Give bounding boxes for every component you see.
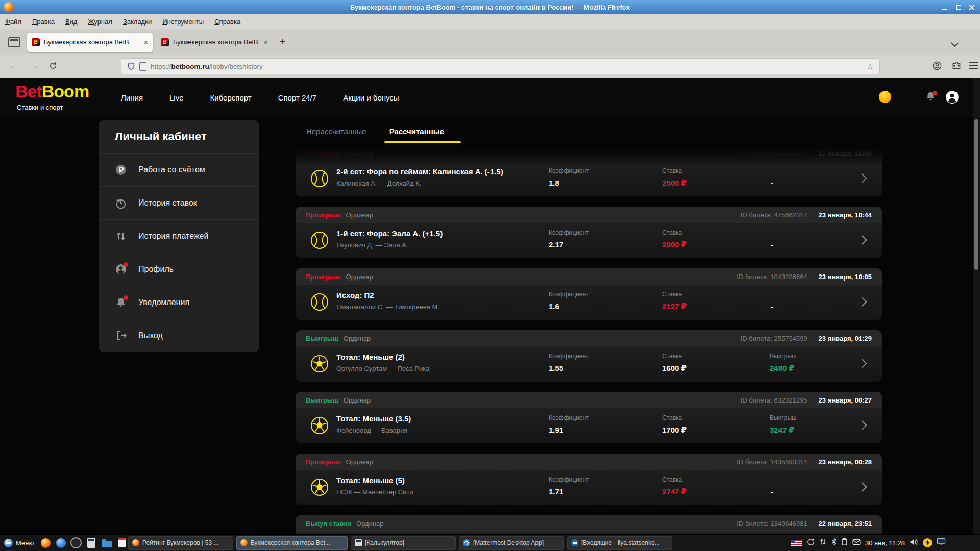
sidebar-item[interactable]: Выход xyxy=(99,319,259,352)
bet-card[interactable]: Проигрыш Ординар ID билета: 475662317 23… xyxy=(296,207,882,258)
url-text[interactable]: https://betboom.ru/lobby/betshistory xyxy=(151,63,263,70)
taskbar-window-button[interactable]: [Mattermost Desktop App] xyxy=(459,536,564,550)
firefox-view-icon[interactable] xyxy=(8,37,20,47)
menu-item[interactable]: Закладки xyxy=(123,18,152,26)
taskbar-window-button[interactable]: Рейтинг Букмекеров | 53 ... xyxy=(128,536,233,550)
bet-card[interactable]: Выигрыш Ординар ID билета: 255754599 23 … xyxy=(296,330,882,382)
tracking-shield-icon[interactable] xyxy=(127,62,135,71)
display-icon[interactable] xyxy=(937,538,946,548)
bookmark-star-icon[interactable]: ☆ xyxy=(867,62,874,71)
tab-settled[interactable]: Рассчитанные xyxy=(389,127,444,136)
chevron-right-icon[interactable] xyxy=(857,297,867,306)
sidebar-item[interactable]: Профиль xyxy=(99,253,259,286)
new-tab-button[interactable]: + xyxy=(280,36,286,48)
bet-type: Ординар xyxy=(356,520,384,528)
browser-scrollbar[interactable] xyxy=(973,78,980,535)
taskbar-window-icon xyxy=(132,539,139,546)
stake-value: 2127 ₽ xyxy=(662,302,687,311)
tab-unsettled[interactable]: Нерассчитанные xyxy=(306,127,366,136)
menu-item[interactable]: Справка xyxy=(214,18,240,26)
coefficient-column: Коэффициент 2.17 xyxy=(549,229,589,249)
bet-card[interactable]: Выигрыш Ординар ID билета: 632321295 23 … xyxy=(296,392,882,443)
clipboard-icon[interactable] xyxy=(841,538,848,548)
web-browser-launcher-icon[interactable] xyxy=(55,537,67,549)
page-info-icon[interactable] xyxy=(139,62,146,71)
restore-button[interactable] xyxy=(955,4,962,11)
tab-title: Букмекерская контора BetB xyxy=(44,38,140,46)
chevron-right-icon[interactable] xyxy=(857,420,867,430)
tab-close-icon[interactable]: × xyxy=(264,38,268,46)
coefficient-label: Коэффициент xyxy=(549,167,589,174)
win-label xyxy=(770,476,836,482)
ticket-id: ID билета: 255754599 xyxy=(741,335,807,342)
bet-title: Исход: П2 xyxy=(336,291,439,299)
sidebar-item[interactable]: Уведомления xyxy=(99,286,259,319)
notifications-bell-icon[interactable] xyxy=(925,91,937,103)
no-win-dash: - xyxy=(771,179,773,187)
stake-label: Ставка xyxy=(662,414,687,421)
reload-button[interactable] xyxy=(49,62,57,72)
sport-icon xyxy=(310,354,329,373)
nav-link[interactable]: Киберспорт xyxy=(210,93,252,102)
extensions-puzzle-icon[interactable] xyxy=(951,61,961,72)
back-button[interactable]: ← xyxy=(8,60,18,71)
notes-launcher-icon[interactable] xyxy=(116,537,128,549)
browser-tab[interactable]: B Букмекерская контора BetB × xyxy=(156,33,273,52)
nav-link[interactable]: Спорт 24/7 xyxy=(278,93,317,102)
browser-tab[interactable]: B Букмекерская контора BetB × xyxy=(27,32,153,52)
url-bar[interactable]: https://betboom.ru/lobby/betshistory ☆ xyxy=(121,58,880,74)
chevron-right-icon[interactable] xyxy=(857,482,867,491)
power-bolt-icon[interactable] xyxy=(923,538,932,547)
nav-link[interactable]: Live xyxy=(169,93,184,102)
forward-button[interactable]: → xyxy=(29,60,38,71)
nav-link[interactable]: Линия xyxy=(121,93,143,102)
bonus-icon[interactable] xyxy=(879,91,891,103)
volume-icon[interactable] xyxy=(910,538,918,548)
chevron-right-icon[interactable] xyxy=(857,173,867,183)
sidebar-item-label: Работа со счётом xyxy=(138,165,205,174)
betboom-logo[interactable]: BetBoom xyxy=(15,82,89,102)
minimize-button[interactable] xyxy=(942,4,948,11)
firefox-launcher-icon[interactable] xyxy=(39,537,52,549)
sidebar-item-icon xyxy=(115,296,127,309)
mail-tray-icon[interactable] xyxy=(852,538,861,547)
account-icon[interactable] xyxy=(932,61,942,73)
start-menu-button[interactable]: Меню xyxy=(0,535,38,551)
close-button[interactable] xyxy=(968,4,975,11)
menu-item[interactable]: Вид xyxy=(65,18,78,26)
network-arrows-icon[interactable] xyxy=(820,538,826,548)
chevron-right-icon[interactable] xyxy=(857,235,867,244)
sidebar-item-icon xyxy=(115,230,127,242)
obs-launcher-icon[interactable] xyxy=(70,537,82,549)
scrollbar-thumb[interactable] xyxy=(974,119,978,270)
bet-title: 2-й сет: Фора по геймам: Калинская А. (-… xyxy=(336,167,503,176)
file-manager-launcher-icon[interactable] xyxy=(101,537,113,549)
bet-card[interactable]: Проигрыш Ординар ID билета: 1435593314 2… xyxy=(296,454,882,505)
result-column: - xyxy=(770,476,836,486)
nav-link[interactable]: Акции и бонусы xyxy=(343,93,399,102)
chevron-right-icon[interactable] xyxy=(857,359,867,368)
sync-icon[interactable] xyxy=(806,538,815,548)
sidebar-item[interactable]: Работа со счётом xyxy=(99,154,259,187)
site-nav: ЛинияLiveКиберспортСпорт 24/7Акции и бон… xyxy=(121,78,399,117)
taskbar-window-button[interactable]: [Входящие - ilya.statsenko... xyxy=(567,536,672,550)
taskbar-window-button[interactable]: Букмекерская контора Bet... xyxy=(236,536,348,550)
menu-item[interactable]: Файл xyxy=(5,18,21,26)
sidebar-item[interactable]: История ставок xyxy=(99,187,259,220)
taskbar-window-button[interactable]: [Калькулятор] xyxy=(351,536,456,550)
bet-card[interactable]: Проигрыш Ординар ID билета: 1163432197 2… xyxy=(296,145,882,196)
app-menu-icon[interactable] xyxy=(969,62,978,69)
sidebar-item[interactable]: История платежей xyxy=(99,220,259,253)
keyboard-layout-us-flag-icon[interactable] xyxy=(791,540,802,546)
clock[interactable]: 30 янв, 11:28 xyxy=(865,539,905,547)
menu-item[interactable]: Правка xyxy=(32,18,55,26)
calculator-launcher-icon[interactable] xyxy=(85,537,97,549)
list-tabs-chevron-icon[interactable] xyxy=(951,39,959,47)
bet-card[interactable]: Проигрыш Ординар ID билета: 1043286664 2… xyxy=(296,268,882,320)
stake-value: 2000 ₽ xyxy=(662,240,687,249)
bluetooth-icon[interactable] xyxy=(831,538,837,548)
menu-item[interactable]: Журнал xyxy=(88,18,112,26)
tab-close-icon[interactable]: × xyxy=(144,38,148,46)
profile-avatar-icon[interactable] xyxy=(945,90,959,104)
menu-item[interactable]: Инструменты xyxy=(162,18,204,26)
